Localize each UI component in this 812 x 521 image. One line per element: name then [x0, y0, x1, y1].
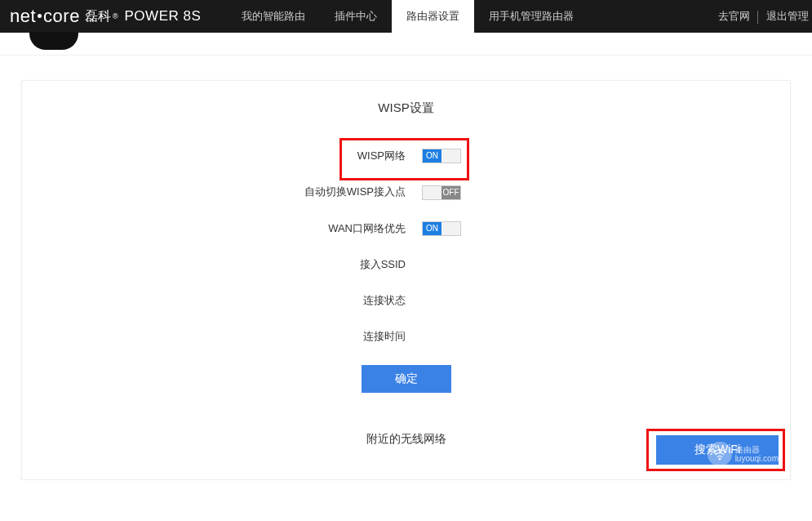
row-conn-status: 连接状态	[22, 293, 790, 308]
row-ssid: 接入SSID	[22, 257, 790, 272]
label-conn-status: 连接状态	[22, 293, 422, 308]
brand-cn: 磊科	[85, 8, 111, 25]
toggle-auto-switch[interactable]: OFF	[422, 185, 461, 200]
search-block: 搜索WiFi	[656, 435, 779, 465]
header-right: 去官网 │ 退出管理	[718, 0, 812, 33]
toggle-on-text: ON	[423, 149, 441, 163]
link-official-site[interactable]: 去官网	[718, 9, 750, 24]
toggle-off-text	[441, 149, 460, 163]
nav-label: 路由器设置	[406, 9, 459, 24]
nav-label: 插件中心	[335, 9, 377, 24]
brand-logo: netcore 磊科® POWER 8S	[0, 0, 211, 33]
search-wifi-button[interactable]: 搜索WiFi	[656, 435, 779, 465]
brand-model: POWER 8S	[125, 8, 202, 24]
nav-my-router[interactable]: 我的智能路由	[227, 0, 320, 33]
row-conn-time: 连接时间	[22, 329, 790, 344]
label-wisp-network: WISP网络	[22, 149, 422, 163]
top-header: netcore 磊科® POWER 8S 我的智能路由 插件中心 路由器设置 用…	[0, 0, 812, 33]
avatar-icon	[29, 32, 78, 50]
header-sep: │	[755, 11, 761, 23]
row-wan-priority: WAN口网络优先 ON	[22, 221, 790, 236]
nav-mobile-manage[interactable]: 用手机管理路由器	[474, 0, 588, 33]
label-wan-priority: WAN口网络优先	[22, 221, 422, 236]
settings-panel: WISP设置 WISP网络 ON 自动切换WISP接入点 OFF WAN口网络优	[21, 80, 791, 480]
nav-router-settings[interactable]: 路由器设置	[392, 0, 474, 33]
brand-text-right: core	[43, 6, 80, 26]
toggle-wan-priority[interactable]: ON	[422, 221, 461, 236]
search-wifi-label: 搜索WiFi	[694, 443, 740, 456]
nav-label: 用手机管理路由器	[489, 9, 574, 24]
confirm-button[interactable]: 确定	[362, 365, 451, 393]
label-conn-time: 连接时间	[22, 329, 422, 344]
toggle-wisp-network[interactable]: ON	[422, 149, 461, 163]
row-auto-switch: 自动切换WISP接入点 OFF	[22, 185, 790, 199]
toggle-off-text	[441, 222, 460, 235]
label-auto-switch: 自动切换WISP接入点	[22, 185, 422, 199]
nav-plugin-center[interactable]: 插件中心	[320, 0, 392, 33]
subheader-strip	[0, 33, 812, 56]
brand-text-left: net	[10, 6, 36, 26]
toggle-off-text: OFF	[441, 186, 460, 199]
label-ssid: 接入SSID	[22, 257, 422, 272]
row-wisp-network: WISP网络 ON	[22, 149, 790, 163]
brand-dot-icon	[38, 14, 42, 18]
panel-title: WISP设置	[22, 100, 790, 116]
main-nav: 我的智能路由 插件中心 路由器设置 用手机管理路由器	[227, 0, 588, 33]
nav-label: 我的智能路由	[242, 9, 305, 24]
brand-reg-icon: ®	[113, 12, 118, 20]
toggle-on-text	[423, 186, 441, 199]
toggle-on-text: ON	[423, 222, 441, 235]
link-logout[interactable]: 退出管理	[766, 9, 809, 24]
